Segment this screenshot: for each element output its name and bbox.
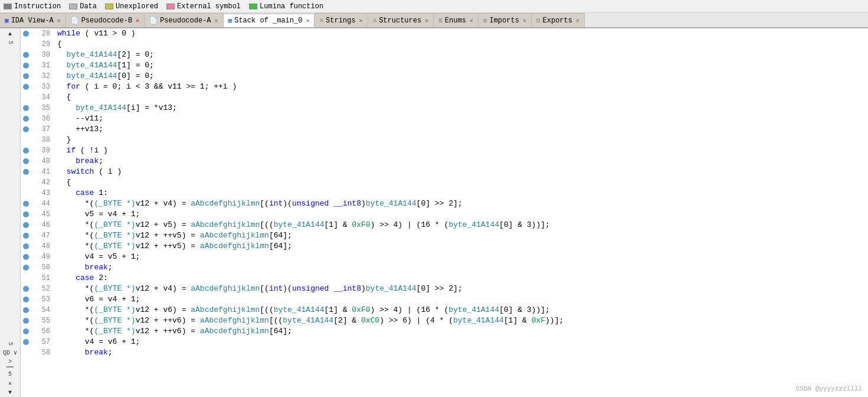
tab-imports-close[interactable]: ✕ — [523, 17, 526, 24]
line-code[interactable]: v4 = v5 + 1; — [55, 252, 868, 262]
legend-instruction: Instruction — [4, 2, 61, 11]
left-panel-qd[interactable]: QD ∨ — [3, 349, 17, 356]
tab-pseudocode-a-icon: 📄 — [149, 17, 158, 24]
line-code[interactable]: *((_BYTE *)v12 + ++v5) = aAbcdefghijklmn… — [55, 241, 868, 252]
line-dot-col — [21, 145, 31, 156]
line-dot — [23, 254, 29, 260]
table-row: 57 v4 = v6 + 1; — [21, 337, 868, 347]
line-number: 56 — [31, 326, 55, 337]
line-dot-col — [21, 315, 31, 326]
table-row: 33 for ( i = 0; i < 3 && v11 >= 1; ++i ) — [21, 82, 868, 92]
line-dot — [23, 31, 29, 37]
table-row: 28while ( v11 > 0 ) — [21, 28, 868, 39]
line-dot — [23, 84, 29, 90]
line-code[interactable]: case 1: — [55, 188, 868, 198]
line-number: 28 — [31, 28, 55, 39]
tab-structures[interactable]: A Structures ✕ — [368, 13, 434, 27]
left-panel-x-btn[interactable]: ✕ — [8, 380, 12, 387]
line-code[interactable]: switch ( i ) — [55, 167, 868, 177]
line-code[interactable]: *((_BYTE *)v12 + ++v5) = aAbcdefghijklmn… — [55, 230, 868, 241]
line-dot-col — [21, 92, 31, 103]
line-code[interactable]: *((_BYTE *)v12 + v4) = aAbcdefghijklmn[(… — [55, 198, 868, 209]
main-area: ▲ 5 5 QD ∨ > 5 ✕ ▼ 28while ( v11 > 0 )29… — [0, 28, 868, 397]
line-dot-col — [21, 82, 31, 92]
line-code[interactable]: break; — [55, 156, 868, 167]
line-dot-col — [21, 135, 31, 145]
line-code[interactable]: byte_41A144[i] = *v13; — [55, 103, 868, 113]
line-dot-col — [21, 167, 31, 177]
line-code[interactable]: *((_BYTE *)v12 + ++v6) = aAbcdefghijklmn… — [55, 326, 868, 337]
line-dot — [23, 297, 29, 302]
tab-pseudocode-b[interactable]: 📄 Pseudocode-B ✕ — [66, 13, 145, 27]
tab-stack-main-0-close[interactable]: ✕ — [306, 17, 309, 24]
tab-exports-icon: ⊟ — [536, 17, 541, 24]
line-code[interactable]: if ( !i ) — [55, 145, 868, 156]
line-code[interactable]: *((_BYTE *)v12 + v5) = aAbcdefghijklmn[(… — [55, 220, 868, 230]
table-row: 32 byte_41A144[0] = 0; — [21, 71, 868, 82]
legend-data-box — [69, 4, 77, 9]
line-code[interactable]: { — [55, 92, 868, 103]
table-row: 36 --v11; — [21, 113, 868, 124]
tab-pseudocode-b-icon: 📄 — [71, 17, 79, 24]
legend-unexplored: Unexplored — [105, 2, 158, 11]
line-code[interactable]: --v11; — [55, 113, 868, 124]
tab-ida-view-a[interactable]: ▣ IDA View-A ✕ — [0, 13, 66, 27]
line-code[interactable]: { — [55, 39, 868, 50]
line-code[interactable]: *((_BYTE *)v12 + v4) = aAbcdefghijklmn[(… — [55, 284, 868, 294]
line-code[interactable]: *((_BYTE *)v12 + ++v6) = aAbcdefghijklmn… — [55, 315, 868, 326]
line-dot — [23, 73, 29, 79]
line-code[interactable]: while ( v11 > 0 ) — [55, 28, 868, 39]
line-dot-col — [21, 326, 31, 337]
line-number: 34 — [31, 92, 55, 103]
tab-pseudocode-a-close[interactable]: ✕ — [215, 17, 218, 24]
line-dot-col — [21, 156, 31, 167]
line-code[interactable]: *((_BYTE *)v12 + v6) = aAbcdefghijklmn[(… — [55, 305, 868, 315]
line-dot-col — [21, 347, 31, 358]
line-number: 31 — [31, 60, 55, 71]
table-row: 40 break; — [21, 156, 868, 167]
line-dot — [23, 243, 29, 249]
line-number: 54 — [31, 305, 55, 315]
tab-enums[interactable]: ≣ Enums ✕ — [434, 13, 479, 27]
line-number: 45 — [31, 209, 55, 220]
line-code[interactable]: byte_41A144[0] = 0; — [55, 71, 868, 82]
line-code[interactable]: break; — [55, 347, 868, 358]
left-panel-bottom-5[interactable]: 5 — [8, 371, 12, 378]
code-area[interactable]: 28while ( v11 > 0 )29{30 byte_41A144[2] … — [21, 28, 868, 397]
tab-strings[interactable]: ≡ Strings ✕ — [315, 13, 368, 27]
line-code[interactable]: byte_41A144[1] = 0; — [55, 60, 868, 71]
tab-stack-main-0[interactable]: ▦ Stack of _main_0 ✕ — [224, 14, 315, 28]
table-row: 41 switch ( i ) — [21, 167, 868, 177]
tab-enums-close[interactable]: ✕ — [470, 17, 473, 24]
tab-strings-close[interactable]: ✕ — [359, 17, 362, 24]
tab-exports-close[interactable]: ✕ — [576, 17, 579, 24]
line-code[interactable]: ++v13; — [55, 124, 868, 135]
line-dot-col — [21, 294, 31, 305]
tab-imports[interactable]: ⊞ Imports ✕ — [479, 13, 532, 27]
tab-pseudocode-b-close[interactable]: ✕ — [136, 17, 139, 24]
line-dot-col — [21, 230, 31, 241]
tab-exports[interactable]: ⊟ Exports ✕ — [532, 13, 585, 27]
tab-pseudocode-a[interactable]: 📄 Pseudocode-A ✕ — [145, 13, 223, 27]
legend-unexplored-label: Unexplored — [116, 2, 158, 11]
left-panel-arrow-right[interactable]: > — [8, 359, 12, 365]
line-code[interactable]: for ( i = 0; i < 3 && v11 >= 1; ++i ) — [55, 82, 868, 92]
line-code[interactable]: } — [55, 135, 868, 145]
tab-exports-label: Exports — [543, 17, 572, 25]
line-code[interactable]: { — [55, 177, 868, 188]
line-number: 46 — [31, 220, 55, 230]
line-code[interactable]: v4 = v6 + 1; — [55, 337, 868, 347]
line-dot — [23, 328, 29, 334]
line-code[interactable]: break; — [55, 262, 868, 273]
line-code[interactable]: case 2: — [55, 273, 868, 284]
scroll-down-arrow[interactable]: ▼ — [7, 388, 13, 397]
line-code[interactable]: v5 = v4 + 1; — [55, 209, 868, 220]
tab-pseudocode-a-label: Pseudocode-A — [160, 17, 211, 25]
line-code[interactable]: byte_41A144[2] = 0; — [55, 50, 868, 60]
scroll-up-arrow[interactable]: ▲ — [7, 30, 13, 38]
line-code[interactable]: v6 = v4 + 1; — [55, 294, 868, 305]
tab-structures-close[interactable]: ✕ — [425, 17, 428, 24]
line-dot — [23, 222, 29, 228]
tab-ida-view-a-close[interactable]: ✕ — [57, 17, 61, 24]
line-dot — [23, 233, 29, 239]
